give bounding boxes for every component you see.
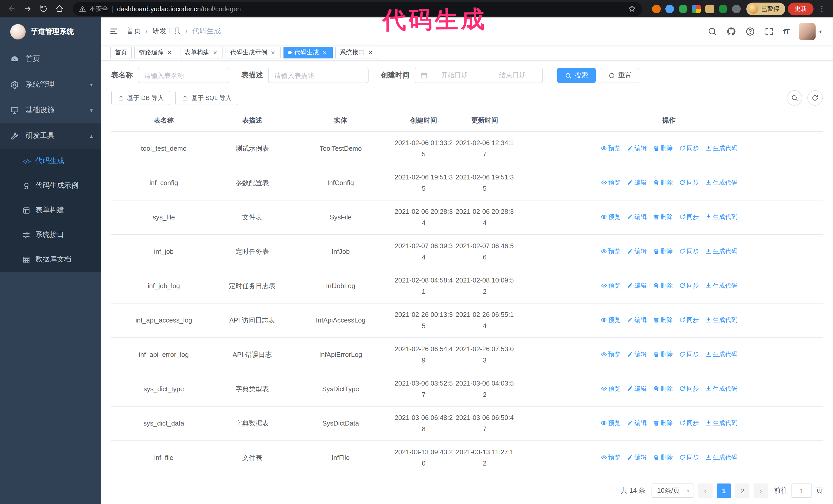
back-button[interactable] [5, 2, 19, 16]
edit-link[interactable]: 编辑 [627, 314, 647, 326]
delete-link[interactable]: 删除 [653, 280, 673, 291]
delete-link[interactable]: 删除 [653, 246, 673, 257]
preview-link[interactable]: 预览 [600, 280, 620, 291]
sync-link[interactable]: 同步 [679, 211, 699, 222]
extension-icon[interactable] [692, 4, 701, 13]
preview-link[interactable]: 预览 [600, 417, 620, 429]
table-name-input[interactable] [138, 68, 229, 83]
sync-link[interactable]: 同步 [679, 280, 699, 291]
delete-link[interactable]: 删除 [653, 383, 673, 394]
edit-link[interactable]: 编辑 [627, 452, 647, 463]
sidebar-item-home[interactable]: 首页 [0, 46, 101, 72]
delete-link[interactable]: 删除 [653, 349, 673, 360]
search-button[interactable]: 搜索 [557, 68, 596, 83]
sync-link[interactable]: 同步 [679, 452, 699, 463]
edit-link[interactable]: 编辑 [627, 349, 647, 360]
table-desc-input[interactable] [268, 68, 368, 83]
generate-link[interactable]: 生成代码 [705, 314, 737, 326]
sidebar-item-db-doc[interactable]: 数据库文档 [0, 247, 101, 272]
sync-link[interactable]: 同步 [679, 246, 699, 257]
extension-icon[interactable] [652, 4, 661, 13]
search-icon[interactable] [708, 26, 717, 36]
address-bar[interactable]: 不安全 | dashboard.yudao.iocoder.cn/tool/co… [73, 2, 642, 16]
generate-link[interactable]: 生成代码 [705, 246, 737, 257]
help-icon[interactable] [745, 26, 755, 36]
preview-link[interactable]: 预览 [600, 143, 620, 154]
tab-home[interactable]: 首页 [110, 47, 132, 58]
sidebar-item-form-builder[interactable]: 表单构建 [0, 198, 101, 222]
delete-link[interactable]: 删除 [653, 417, 673, 429]
chrome-update-button[interactable]: 更新 [788, 2, 813, 15]
page-size-select[interactable]: 10条/页 ▾ [651, 483, 694, 498]
reset-button[interactable]: 重置 [601, 68, 639, 83]
generate-link[interactable]: 生成代码 [705, 452, 737, 463]
font-size-icon[interactable]: tT [783, 27, 789, 35]
preview-link[interactable]: 预览 [600, 177, 620, 188]
edit-link[interactable]: 编辑 [627, 177, 647, 188]
tab-tracing[interactable]: 链路追踪× [134, 47, 177, 58]
next-page-button[interactable]: › [754, 483, 768, 498]
preview-link[interactable]: 预览 [600, 314, 620, 326]
toggle-search-button[interactable] [787, 90, 802, 105]
import-db-button[interactable]: 基于 DB 导入 [111, 91, 170, 105]
user-menu[interactable]: ▾ [799, 23, 822, 40]
home-button[interactable] [53, 2, 66, 16]
sidebar-item-system-api[interactable]: 系统接口 [0, 222, 101, 247]
fullscreen-icon[interactable] [764, 26, 774, 36]
sync-link[interactable]: 同步 [679, 383, 699, 394]
import-sql-button[interactable]: 基于 SQL 导入 [175, 91, 238, 105]
profile-chip[interactable]: 已暂停 [746, 2, 785, 15]
sidebar-item-infrastructure[interactable]: 基础设施▾ [0, 97, 101, 123]
preview-link[interactable]: 预览 [600, 246, 620, 257]
breadcrumb-item[interactable]: 研发工具 [152, 27, 181, 36]
close-icon[interactable]: × [270, 49, 276, 56]
delete-link[interactable]: 删除 [653, 177, 673, 188]
delete-link[interactable]: 删除 [653, 211, 673, 222]
forward-button[interactable] [21, 2, 34, 16]
generate-link[interactable]: 生成代码 [705, 349, 737, 360]
edit-link[interactable]: 编辑 [627, 383, 647, 394]
page-button-1[interactable]: 1 [717, 483, 731, 498]
page-button-2[interactable]: 2 [735, 483, 749, 498]
refresh-table-button[interactable] [807, 90, 823, 105]
generate-link[interactable]: 生成代码 [705, 143, 737, 154]
app-logo[interactable]: 芋道管理系统 [0, 18, 101, 46]
generate-link[interactable]: 生成代码 [705, 383, 737, 394]
delete-link[interactable]: 删除 [653, 314, 673, 326]
extension-icon[interactable] [679, 4, 687, 13]
prev-page-button[interactable]: ‹ [698, 483, 713, 498]
sidebar-item-codegen-example[interactable]: 代码生成示例 [0, 173, 101, 198]
generate-link[interactable]: 生成代码 [705, 280, 737, 291]
close-icon[interactable]: × [166, 49, 173, 56]
edit-link[interactable]: 编辑 [627, 280, 647, 291]
delete-link[interactable]: 删除 [653, 143, 673, 154]
close-icon[interactable]: × [212, 49, 218, 56]
generate-link[interactable]: 生成代码 [705, 177, 737, 188]
sync-link[interactable]: 同步 [679, 417, 699, 429]
github-icon[interactable] [727, 26, 736, 36]
close-icon[interactable]: × [367, 49, 374, 56]
tab-system-api[interactable]: 系统接口× [335, 47, 378, 58]
edit-link[interactable]: 编辑 [627, 417, 647, 429]
close-icon[interactable]: × [322, 49, 328, 56]
sidebar-item-codegen[interactable]: </>代码生成 [0, 149, 101, 173]
tab-form-builder[interactable]: 表单构建× [180, 47, 223, 58]
sync-link[interactable]: 同步 [679, 143, 699, 154]
preview-link[interactable]: 预览 [600, 211, 620, 222]
reload-button[interactable] [37, 2, 50, 16]
browser-menu-icon[interactable]: ⋮ [816, 4, 828, 13]
goto-page-input[interactable] [791, 483, 812, 498]
edit-link[interactable]: 编辑 [627, 211, 647, 222]
sidebar-item-system-management[interactable]: 系统管理▾ [0, 72, 101, 97]
sidebar-item-dev-tools[interactable]: 研发工具▴ [0, 123, 101, 149]
preview-link[interactable]: 预览 [600, 383, 620, 394]
generate-link[interactable]: 生成代码 [705, 211, 737, 222]
extension-icon[interactable] [665, 4, 674, 13]
extension-icon[interactable] [705, 4, 714, 13]
sync-link[interactable]: 同步 [679, 177, 699, 188]
tab-codegen-example[interactable]: 代码生成示例× [225, 47, 281, 58]
edit-link[interactable]: 编辑 [627, 246, 647, 257]
sync-link[interactable]: 同步 [679, 314, 699, 326]
preview-link[interactable]: 预览 [600, 349, 620, 360]
edit-link[interactable]: 编辑 [627, 143, 647, 154]
